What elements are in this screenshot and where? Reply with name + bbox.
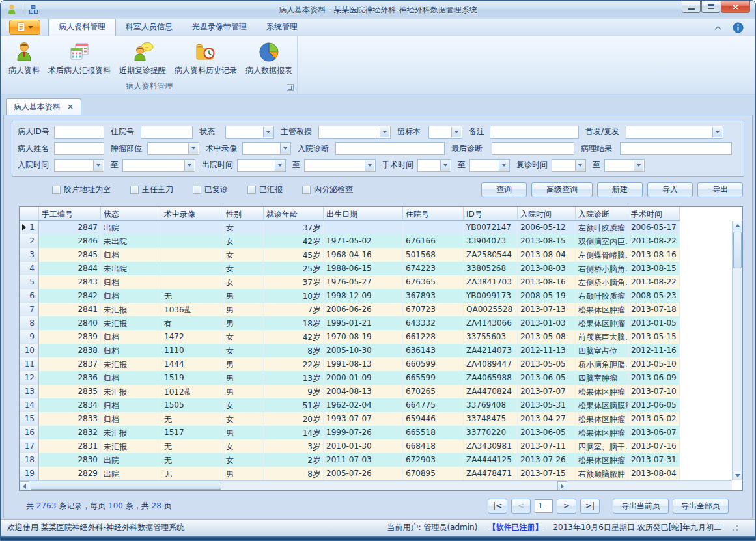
page-number-input[interactable] (535, 499, 553, 513)
combo-dropdown-button[interactable] (499, 160, 509, 171)
combo-dropdown-button[interactable] (275, 160, 285, 171)
column-header[interactable]: 入院时间 (518, 207, 576, 220)
combo-dropdown-button[interactable] (263, 127, 273, 137)
patient-data-report-button[interactable]: 病人数据报表 (242, 39, 296, 77)
checkbox-film-address-empty[interactable]: 胶片地址为空 (52, 184, 111, 195)
filter-input[interactable] (620, 142, 732, 155)
column-header[interactable]: 手术时间 (628, 207, 680, 220)
filter-combo[interactable] (122, 159, 195, 172)
close-button[interactable]: × (721, 1, 750, 13)
table-row[interactable]: 22846未出院女42岁1971-05-02676166339040732013… (20, 234, 680, 248)
scroll-down-button[interactable] (733, 471, 742, 480)
patient-data-button[interactable]: 病人资料 (5, 39, 44, 77)
table-row[interactable]: 52843归档女37岁1976-05-27676365ZA38417032013… (20, 275, 680, 289)
first-page-button[interactable]: |< (488, 499, 507, 514)
row-indicator[interactable]: 3 (20, 248, 39, 262)
checkbox-reported[interactable]: 已汇报 (247, 184, 283, 195)
row-indicator[interactable]: 5 (20, 275, 39, 289)
filter-combo[interactable] (552, 159, 586, 172)
ribbon-tab-patient-data-management[interactable]: 病人资料管理 (48, 18, 116, 36)
column-header[interactable]: 状态 (101, 207, 161, 220)
table-row[interactable]: 132835未汇报1012蓝男9岁2004-08-13670265ZA44708… (20, 385, 680, 398)
checkbox-endocrine-exam[interactable]: 内分泌检查 (302, 184, 353, 195)
patient-data-history-button[interactable]: 病人资料历史记录 (171, 39, 241, 77)
row-indicator[interactable]: 13 (20, 385, 39, 398)
combo-dropdown-button[interactable] (712, 127, 722, 137)
table-row[interactable]: 112837未汇报1444男22岁1991-08-13660599ZA40894… (20, 357, 680, 371)
prev-page-button[interactable]: < (511, 499, 531, 514)
vertical-scrollbar[interactable] (732, 221, 742, 480)
table-row[interactable]: 82840未汇报有男18岁1995-01-21643332ZA414306620… (20, 316, 680, 330)
row-indicator[interactable]: 1 (20, 221, 39, 234)
table-row[interactable]: 162832未汇报1517男14岁1999-07-266655183377022… (20, 426, 680, 439)
row-indicator[interactable]: 10 (20, 344, 39, 357)
row-indicator[interactable]: 7 (20, 303, 39, 316)
postop-patient-report-button[interactable]: 术后病人汇报资料 (44, 39, 115, 77)
horizontal-scroll-thumb[interactable] (31, 482, 221, 490)
combo-dropdown-button[interactable] (184, 160, 194, 171)
combo-dropdown-button[interactable] (380, 127, 389, 137)
checkbox-followed-up[interactable]: 已复诊 (193, 184, 228, 195)
table-row[interactable]: 102838归档1110女8岁2005-10-30636143ZA4214073… (20, 344, 680, 357)
table-row[interactable]: 142834归档1505女51岁1962-02-0466477533769408… (20, 398, 680, 412)
export-button[interactable]: 导出 (697, 182, 743, 197)
combo-dropdown-button[interactable] (188, 143, 198, 154)
dialog-launcher-icon[interactable] (287, 84, 294, 91)
filter-combo[interactable] (604, 159, 645, 172)
combo-dropdown-button[interactable] (440, 160, 450, 171)
column-header[interactable]: 住院号 (403, 207, 464, 220)
filter-combo[interactable] (318, 126, 391, 139)
row-indicator[interactable]: 19 (20, 467, 39, 480)
table-row[interactable]: 62842归档无男10岁1998-12-09367893YB0099173200… (20, 289, 680, 303)
combo-dropdown-button[interactable] (634, 160, 643, 171)
filter-combo[interactable] (237, 159, 286, 172)
ribbon-tab-disc-video-tape-management[interactable]: 光盘录像带管理 (182, 19, 257, 36)
filter-input[interactable] (492, 142, 574, 155)
horizontal-scrollbar[interactable] (20, 480, 732, 490)
scroll-right-button[interactable] (557, 481, 567, 491)
row-indicator[interactable]: 16 (20, 426, 39, 439)
document-tab-patient-basic-data[interactable]: 病人基本资料 × (6, 98, 81, 115)
row-indicator[interactable]: 15 (20, 412, 39, 426)
filter-combo[interactable] (242, 142, 291, 155)
import-button[interactable]: 导入 (647, 182, 693, 197)
table-row[interactable]: 42844未出院女25岁1988-06-15674223338052682013… (20, 262, 680, 275)
row-indicator[interactable]: 14 (20, 398, 39, 412)
column-header[interactable]: 就诊年龄 (264, 207, 324, 220)
export-all-pages-button[interactable]: 导出全部页 (673, 499, 729, 514)
row-indicator[interactable]: 6 (20, 289, 39, 303)
filter-combo[interactable] (304, 159, 376, 172)
ribbon-tab-department-staff-info[interactable]: 科室人员信息 (116, 19, 182, 36)
row-indicator[interactable]: 2 (20, 234, 39, 248)
filter-input[interactable] (335, 142, 445, 155)
recent-followup-reminder-button[interactable]: 近期复诊提醒 (115, 39, 170, 77)
table-row[interactable]: 72841未汇报1036蓝男7岁2006-06-26670723QA002552… (20, 303, 680, 316)
filter-combo[interactable] (225, 126, 274, 139)
ribbon-tab-system-management[interactable]: 系统管理 (257, 19, 307, 36)
resize-grip-icon[interactable] (732, 525, 738, 531)
table-row[interactable]: 92839归档1472女42岁1970-08-19661228337556032… (20, 330, 680, 344)
table-row[interactable]: 32845归档女45岁1968-04-16501568ZA25805442013… (20, 248, 680, 262)
advanced-query-button[interactable]: 高级查询 (531, 182, 593, 197)
table-row[interactable]: 192829出院无男8岁2005-07-26670895ZA4478471201… (20, 467, 680, 480)
collapse-ribbon-icon[interactable] (714, 25, 722, 31)
info-icon[interactable] (733, 22, 744, 33)
combo-dropdown-button[interactable] (575, 160, 585, 171)
column-header[interactable]: 性别 (223, 207, 264, 220)
column-header[interactable]: 入院诊断 (576, 207, 628, 220)
filter-input[interactable] (141, 126, 193, 139)
combo-dropdown-button[interactable] (451, 127, 461, 137)
filter-combo[interactable] (147, 142, 199, 155)
maximize-button[interactable] (701, 1, 720, 13)
column-header[interactable]: 术中录像 (161, 207, 223, 220)
filter-combo[interactable] (54, 159, 104, 172)
table-row[interactable]: 172831未汇报无女3岁2010-01-30668418ZA343098120… (20, 439, 680, 453)
query-button[interactable]: 查询 (481, 182, 527, 197)
row-indicator[interactable]: 9 (20, 330, 39, 344)
filter-combo[interactable] (428, 126, 462, 139)
filter-combo[interactable] (626, 126, 723, 139)
vertical-scroll-thumb[interactable] (733, 232, 742, 268)
tab-close-icon[interactable]: × (67, 102, 74, 111)
row-indicator[interactable]: 17 (20, 439, 39, 453)
filter-combo[interactable] (469, 159, 510, 172)
